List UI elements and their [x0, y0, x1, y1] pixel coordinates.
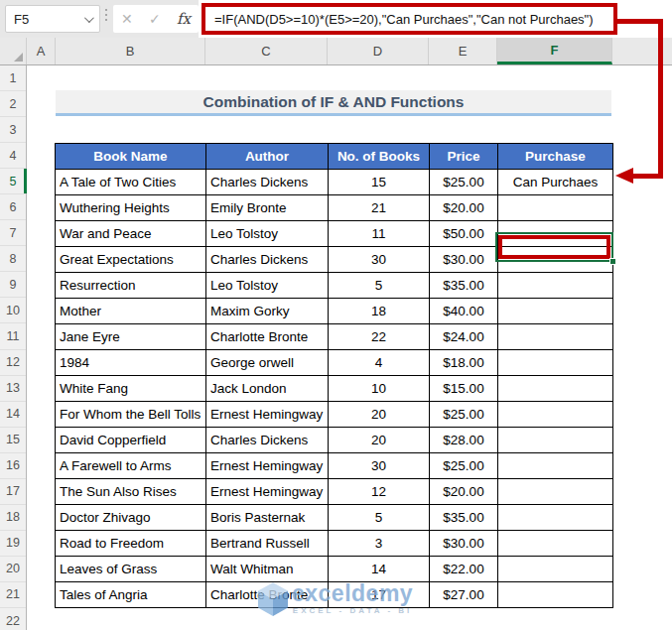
table-cell[interactable]: 5 — [329, 273, 430, 299]
fill-handle[interactable] — [609, 258, 616, 265]
row-header-18[interactable]: 18 — [0, 505, 26, 531]
table-cell[interactable]: 3 — [329, 531, 430, 557]
cancel-icon[interactable]: ✕ — [121, 11, 133, 27]
table-cell[interactable]: 20 — [329, 428, 430, 453]
table-header-author[interactable]: Author — [206, 144, 329, 170]
column-header-D[interactable]: D — [328, 38, 429, 64]
table-cell[interactable]: $28.00 — [430, 428, 498, 453]
row-header-1[interactable]: 1 — [0, 65, 26, 91]
table-cell[interactable]: A Tale of Two Cities — [56, 170, 206, 195]
table-cell[interactable]: Doctor Zhivago — [56, 505, 206, 531]
table-cell[interactable]: $27.00 — [430, 582, 498, 608]
column-header-B[interactable]: B — [56, 38, 205, 64]
table-cell[interactable]: For Whom the Bell Tolls — [56, 402, 206, 428]
table-cell[interactable] — [498, 505, 613, 531]
table-cell[interactable]: Leaves of Grass — [56, 557, 206, 582]
table-cell[interactable]: Leo Tolstoy — [206, 273, 329, 299]
table-cell[interactable]: White Fang — [56, 376, 206, 402]
table-cell[interactable]: Wuthering Heights — [56, 195, 206, 221]
table-cell[interactable]: 4 — [329, 350, 430, 376]
table-cell[interactable]: 1984 — [56, 350, 206, 376]
row-header-22[interactable]: 22 — [0, 608, 26, 630]
column-header-A[interactable]: A — [27, 38, 56, 64]
table-cell[interactable]: 12 — [329, 479, 430, 505]
row-header-19[interactable]: 19 — [0, 531, 26, 557]
row-header-12[interactable]: 12 — [0, 350, 26, 376]
table-cell[interactable]: $40.00 — [430, 299, 498, 324]
chevron-down-icon[interactable] — [84, 13, 94, 23]
enter-icon[interactable]: ✓ — [149, 11, 161, 27]
table-cell[interactable] — [498, 195, 613, 221]
row-header-7[interactable]: 7 — [0, 220, 26, 246]
table-cell[interactable]: Boris Pasternak — [206, 505, 329, 531]
row-header-2[interactable]: 2 — [0, 91, 26, 117]
row-header-8[interactable]: 8 — [0, 246, 26, 272]
table-header-book-name[interactable]: Book Name — [56, 144, 206, 170]
table-cell[interactable]: $20.00 — [430, 195, 498, 221]
table-cell[interactable]: Maxim Gorky — [206, 299, 329, 324]
table-cell[interactable] — [498, 247, 613, 273]
row-header-20[interactable]: 20 — [0, 557, 26, 582]
row-header-15[interactable]: 15 — [0, 428, 26, 453]
table-cell[interactable]: The Sun Also Rises — [56, 479, 206, 505]
table-cell[interactable] — [498, 428, 613, 453]
table-cell[interactable] — [498, 531, 613, 557]
table-cell[interactable]: $50.00 — [430, 221, 498, 247]
table-cell[interactable]: 30 — [329, 453, 430, 479]
table-cell[interactable]: A Farewell to Arms — [56, 453, 206, 479]
table-cell[interactable]: $25.00 — [430, 402, 498, 428]
table-cell[interactable] — [498, 350, 613, 376]
row-header-13[interactable]: 13 — [0, 376, 26, 402]
table-cell[interactable]: 11 — [329, 221, 430, 247]
table-cell[interactable] — [498, 221, 613, 247]
cell-F5-result[interactable]: Can Purchaes — [498, 170, 613, 195]
table-cell[interactable]: Mother — [56, 299, 206, 324]
table-cell[interactable]: $15.00 — [430, 376, 498, 402]
table-cell[interactable]: Charles Dickens — [206, 170, 329, 195]
table-cell[interactable]: 22 — [329, 324, 430, 350]
formula-text[interactable]: =IF(AND(D5>=10)*(E5>=20),"Can Purchaes",… — [205, 12, 594, 27]
table-cell[interactable]: War and Peace — [56, 221, 206, 247]
table-cell[interactable]: Great Expectations — [56, 247, 206, 273]
table-cell[interactable]: Ernest Hemingway — [206, 453, 329, 479]
table-cell[interactable]: Bertrand Russell — [206, 531, 329, 557]
insert-function-icon[interactable]: fx — [177, 10, 191, 28]
table-cell[interactable]: 18 — [329, 299, 430, 324]
table-cell[interactable]: Ernest Hemingway — [206, 402, 329, 428]
column-header-E[interactable]: E — [429, 38, 497, 64]
table-cell[interactable]: Resurrection — [56, 273, 206, 299]
row-header-14[interactable]: 14 — [0, 402, 26, 428]
table-cell[interactable]: Jane Eyre — [56, 324, 206, 350]
column-header-F[interactable]: F — [497, 38, 612, 64]
table-cell[interactable]: 17 — [329, 582, 430, 608]
table-cell[interactable] — [498, 453, 613, 479]
row-header-6[interactable]: 6 — [0, 194, 26, 220]
table-cell[interactable]: Leo Tolstoy — [206, 221, 329, 247]
row-header-11[interactable]: 11 — [0, 323, 26, 349]
table-cell[interactable] — [498, 479, 613, 505]
row-header-16[interactable]: 16 — [0, 453, 26, 479]
table-header-purchase[interactable]: Purchase — [498, 144, 613, 170]
table-cell[interactable] — [498, 402, 613, 428]
table-cell[interactable]: $25.00 — [430, 453, 498, 479]
name-box[interactable]: F5 — [5, 5, 100, 33]
table-cell[interactable]: 10 — [329, 376, 430, 402]
table-cell[interactable] — [498, 557, 613, 582]
table-cell[interactable]: David Copperfield — [56, 428, 206, 453]
table-cell[interactable]: $18.00 — [430, 350, 498, 376]
table-cell[interactable]: $30.00 — [430, 247, 498, 273]
table-cell[interactable] — [498, 582, 613, 608]
table-cell[interactable] — [498, 273, 613, 299]
table-cell[interactable]: $24.00 — [430, 324, 498, 350]
table-cell[interactable]: Tales of Angria — [56, 582, 206, 608]
table-cell[interactable]: Charles Dickens — [206, 428, 329, 453]
table-cell[interactable]: Road to Freedom — [56, 531, 206, 557]
table-cell[interactable]: $20.00 — [430, 479, 498, 505]
table-cell[interactable]: 30 — [329, 247, 430, 273]
row-header-9[interactable]: 9 — [0, 272, 26, 298]
table-cell[interactable] — [498, 324, 613, 350]
table-cell[interactable]: $22.00 — [430, 557, 498, 582]
table-cell[interactable]: 15 — [329, 170, 430, 195]
table-cell[interactable] — [498, 376, 613, 402]
title-banner-cell[interactable]: Combination of IF & AND Functions — [56, 90, 611, 116]
